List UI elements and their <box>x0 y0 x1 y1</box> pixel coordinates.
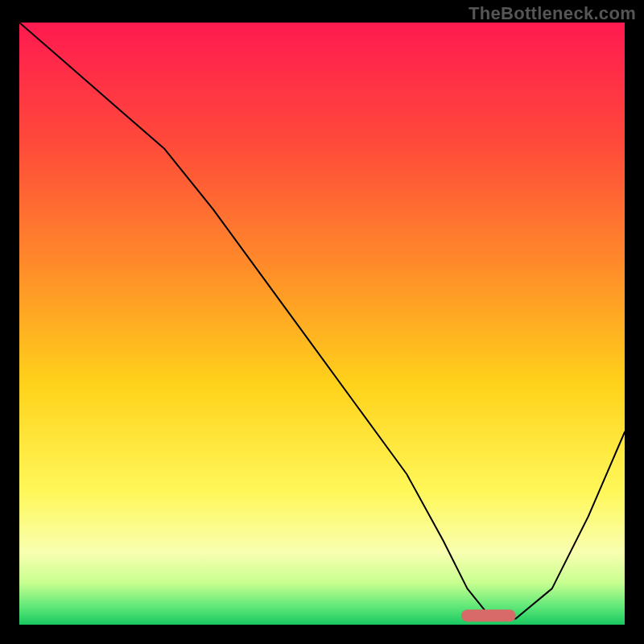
chart-container: TheBottleneck.com <box>0 0 644 644</box>
watermark-text: TheBottleneck.com <box>469 3 636 24</box>
chart-svg <box>19 23 625 625</box>
marker-pill <box>461 609 516 621</box>
background-rect <box>19 23 625 625</box>
plot-area <box>19 23 625 625</box>
